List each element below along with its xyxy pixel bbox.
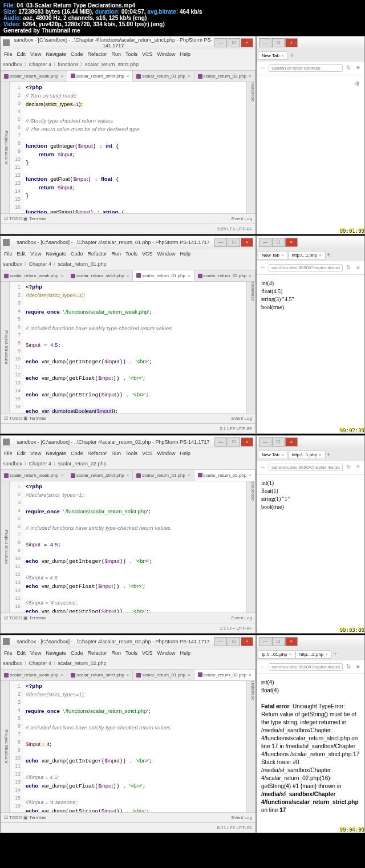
browser-tab[interactable]: New Tab× [258,51,288,60]
browser-window: —□× New Tab×+ ←↻≡ ⚙ [256,36,365,234]
minimize-button[interactable]: — [214,238,227,247]
breadcrumb: sandbox 〉Chapter 4 〉scalar_return_02.php [3,460,107,468]
menu-vcs[interactable]: VCS [142,51,153,57]
titlebar: sandbox - [C:\sandbox] - ..\Chapter 4\fu… [1,36,256,49]
browser-tab[interactable]: New Tab× [258,451,288,459]
close-button[interactable]: × [285,38,298,47]
close-icon[interactable]: × [281,53,284,58]
maximize-button[interactable]: □ [228,38,240,47]
tab-file[interactable]: scalar_return_strict.php× [67,670,133,680]
right-gutter[interactable]: Database [246,82,256,213]
reload-button[interactable]: ↻ [344,264,352,272]
back-button[interactable]: ← [259,663,267,671]
menu-tools[interactable]: Tools [125,51,137,57]
menu-file[interactable]: File [4,51,13,57]
back-button[interactable]: ← [259,64,267,72]
close-tab-icon[interactable]: × [188,74,190,79]
new-tab-button[interactable]: + [327,451,331,459]
gear-icon[interactable]: ⚙ [355,80,360,87]
minimize-button[interactable]: — [214,38,227,47]
window-title: sandbox - [C:\sandbox] - ..\Chapter 4\fu… [12,37,214,48]
url-input[interactable] [269,264,343,271]
window-title: sandbox - [C:\sandbox] - ..\Chapter 4\sc… [12,639,214,644]
reload-button[interactable]: ↻ [344,64,352,72]
url-input[interactable] [269,464,343,471]
reload-button[interactable]: ↻ [344,663,352,671]
tab-file[interactable]: scalar_return_weak.php× [1,270,67,281]
ide-window: sandbox - [C:\sandbox] - ..\Chapter 4\fu… [0,36,256,234]
tab-file[interactable]: scalar_return_01.php× [133,670,194,680]
menu-run[interactable]: Run [111,51,121,57]
tab-file[interactable]: scalar_return_strict.php× [67,270,133,281]
window-title: sandbox - [C:\sandbox] - ..\Chapter 4\sc… [12,439,214,445]
menu-button[interactable]: ≡ [354,64,362,72]
code-area[interactable]: <?php //declare(strict_types=1); require… [23,282,246,413]
tab-file[interactable]: scalar_return_strict.php× [67,470,133,481]
breadcrumb: sandbox 〉Chapter 4 〉scalar_return_01.php [3,261,107,268]
tab-file[interactable]: scalar_return_02.php× [194,470,256,481]
url-input[interactable] [269,64,343,72]
tab-bar: scalar_return_weak.php× scalar_return_st… [1,71,256,82]
php-icon [71,74,75,78]
browser-tab[interactable]: tp://...01.php× [258,650,295,659]
minimize-button[interactable]: — [259,38,271,47]
php-icon [136,74,141,79]
tab-file[interactable]: scalar_return_weak.php× [1,470,67,481]
menu-button[interactable]: ≡ [354,663,362,671]
browser-tab[interactable]: New Tab× [258,251,288,259]
editor[interactable]: Project Structure 1234567891011121314151… [1,82,256,213]
menu-view[interactable]: View [30,51,41,57]
timestamp: 00:04:00 [339,826,364,832]
tab-file[interactable]: scalar_return_01.php× [133,270,194,281]
menu-window[interactable]: Window [157,51,176,57]
new-tab-button[interactable]: + [327,251,331,259]
left-gutter[interactable]: Project Structure [1,82,10,213]
tab-file[interactable]: scalar_return_02.php× [194,670,256,680]
tab-file[interactable]: scalar_return_01.php× [133,470,194,481]
browser-tab[interactable]: http:/...1.php× [288,251,326,259]
browser-tabs: New Tab×+ [257,49,364,62]
close-button[interactable]: × [241,238,253,247]
menu-code[interactable]: Code [71,51,83,57]
php-icon [198,74,202,79]
close-button[interactable]: × [241,38,253,47]
close-tab-icon[interactable]: × [249,74,252,79]
maximize-button[interactable]: □ [272,38,285,47]
menubar: FileEditViewNavigateCodeRefactorRunTools… [1,49,256,59]
back-button[interactable]: ← [259,464,267,472]
back-button[interactable]: ← [259,264,267,272]
window-title: sandbox - [C:\sandbox] - ..\Chapter 4\sc… [12,240,214,245]
browser-tab[interactable]: http:...2.php× [295,650,332,659]
reload-button[interactable]: ↻ [344,464,352,472]
address-bar: ←↻≡ [257,62,364,75]
new-tab-button[interactable]: + [290,51,294,59]
menu-button[interactable]: ≡ [354,264,362,272]
close-tab-icon[interactable]: × [127,74,129,79]
code-area[interactable]: <?php // Turn on strict mode declare(str… [23,82,246,213]
tab-file[interactable]: scalar_return_strict.php× [67,71,133,82]
php-icon [4,74,9,79]
tab-file[interactable]: scalar_return_weak.php× [1,670,67,680]
new-tab-button[interactable]: + [333,650,337,658]
timestamp: 00:03:00 [339,627,364,632]
menu-edit[interactable]: Edit [17,51,26,57]
breadcrumb: sandbox 〉Chapter 4 〉scalar_return_02.php [3,660,107,667]
menu-navigate[interactable]: Navigate [46,51,66,57]
menu-help[interactable]: Help [180,51,191,57]
tab-file[interactable]: scalar_return_weak.php× [1,71,67,82]
breadcrumb: sandbox 〉Chapter 4 〉functions 〉scalar_re… [1,59,256,71]
code-area[interactable]: <?php //declare(strict_types=1); require… [23,481,246,613]
menu-refactor[interactable]: Refactor [87,51,107,57]
code-area[interactable]: <?php //declare(strict_types=1); require… [23,681,246,812]
url-input[interactable] [269,663,343,671]
close-tab-icon[interactable]: × [60,74,63,79]
tab-file[interactable]: scalar_return_01.php× [133,71,194,82]
tab-file[interactable]: scalar_return_02.php× [194,270,256,281]
tab-file[interactable]: scalar_return_02.php× [194,71,256,82]
app-icon [3,39,10,46]
browser-content: ⚙ [257,75,364,234]
browser-content: int(1) float(1) string(1) "1" bool(true) [257,474,364,633]
maximize-button[interactable]: □ [228,238,240,247]
browser-tab[interactable]: http:/...1.php× [288,451,326,459]
menu-button[interactable]: ≡ [354,464,362,472]
